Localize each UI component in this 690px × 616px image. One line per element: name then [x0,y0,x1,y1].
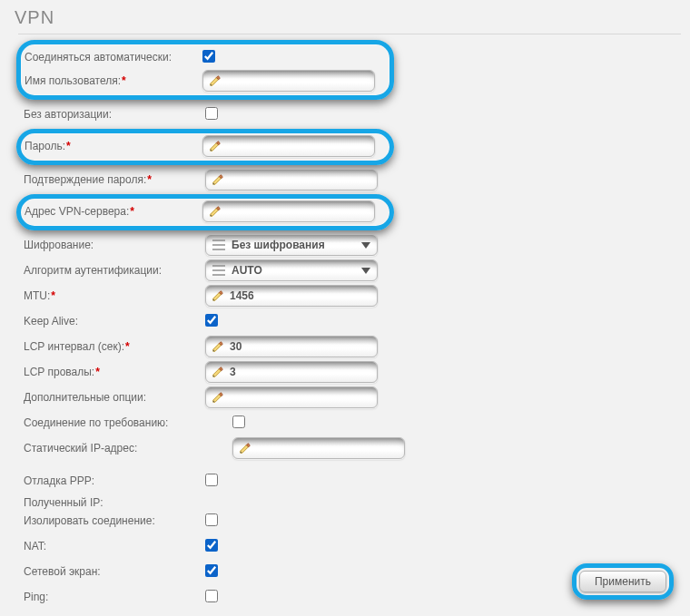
row-on-demand: Соединение по требованию: [24,412,688,434]
label-password-confirm: Подтверждение пароля:* [24,173,205,186]
row-auto-connect: Соединяться автоматически: [25,46,386,68]
row-lcp-fails: LCP провалы:* [24,361,688,383]
server-input[interactable] [202,200,375,222]
label-lcp-interval: LCP интервал (сек):* [24,340,205,353]
keepalive-checkbox[interactable] [205,314,218,327]
firewall-checkbox[interactable] [205,564,218,577]
highlight-group-2: Пароль:* [16,129,394,165]
label-ping: Ping: [24,591,205,603]
on-demand-checkbox[interactable] [232,416,245,428]
ppp-debug-checkbox[interactable] [205,474,218,486]
ping-checkbox[interactable] [205,590,218,602]
label-firewall: Сетевой экран: [24,565,205,578]
label-nat: NAT: [24,540,205,552]
row-keepalive: Keep Alive: [24,310,688,332]
vpn-form: Соединяться автоматически: Имя пользоват… [2,40,688,608]
label-mtu: MTU:* [24,289,205,302]
apply-button[interactable]: Применить [579,571,666,592]
auth-algo-select[interactable]: AUTO [205,259,378,281]
label-username: Имя пользователя:* [25,74,202,87]
label-lcp-fails: LCP провалы:* [24,366,205,378]
no-auth-checkbox[interactable] [205,107,218,120]
row-mtu: MTU:* [24,285,688,307]
label-auth-algo: Алгоритм аутентификации: [24,264,205,277]
label-server: Адрес VPN-сервера:* [25,205,202,218]
label-ppp-debug: Отладка PPP: [24,474,205,487]
label-keepalive: Keep Alive: [24,315,205,328]
label-password: Пароль:* [25,140,202,152]
row-isolate: Изолировать соединение: [24,510,688,532]
label-auto-connect: Соединяться автоматически: [25,51,202,64]
row-extra-opts: Дополнительные опции: [24,386,688,408]
password-confirm-input[interactable] [205,169,378,191]
label-extra-opts: Дополнительные опции: [24,391,205,404]
row-server: Адрес VPN-сервера:* [25,200,386,222]
label-no-auth: Без авторизации: [24,108,205,121]
row-lcp-interval: LCP интервал (сек):* [24,336,688,357]
isolate-checkbox[interactable] [205,513,218,526]
row-password-confirm: Подтверждение пароля:* [24,169,688,191]
row-password: Пароль:* [25,135,386,157]
row-auth-algo: Алгоритм аутентификации: AUTO [24,259,688,281]
auto-connect-checkbox[interactable] [202,50,215,63]
row-nat: NAT: [24,535,688,557]
lcp-interval-input[interactable] [205,336,378,357]
row-username: Имя пользователя:* [25,70,386,92]
label-on-demand: Соединение по требованию: [24,416,232,429]
row-ppp-debug: Отладка PPP: [24,470,688,492]
highlight-apply: Применить [572,563,674,600]
label-encryption: Шифрование: [24,239,205,251]
label-received-ip: Полученный IP: [24,496,205,509]
page-title: VPN [15,7,688,28]
row-static-ip: Статический IP-адрес: [24,437,688,459]
highlight-group-3: Адрес VPN-сервера:* [16,194,394,230]
password-input[interactable] [202,135,375,157]
static-ip-input[interactable] [232,437,405,459]
highlight-group-1: Соединяться автоматически: Имя пользоват… [16,40,394,100]
mtu-input[interactable] [205,285,378,307]
username-input[interactable] [202,70,375,92]
label-static-ip: Статический IP-адрес: [24,442,205,455]
row-encryption: Шифрование: Без шифрования [24,234,688,256]
row-received-ip: Полученный IP: [24,495,688,510]
label-isolate: Изолировать соединение: [24,514,205,527]
row-no-auth: Без авторизации: [24,103,688,125]
encryption-select[interactable]: Без шифрования [205,234,378,256]
extra-opts-input[interactable] [205,386,378,408]
nat-checkbox[interactable] [205,539,218,552]
lcp-fails-input[interactable] [205,361,378,383]
separator [18,34,681,34]
